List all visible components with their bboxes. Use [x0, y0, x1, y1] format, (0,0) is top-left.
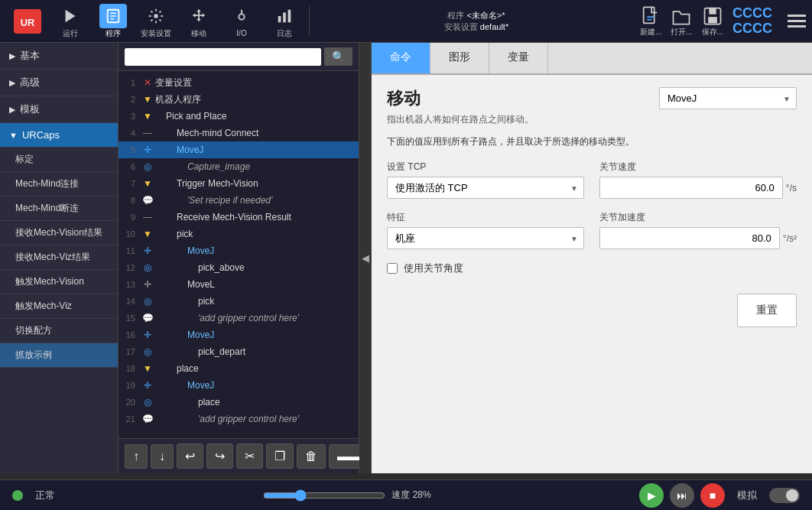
- line-text: 机器人程序: [155, 93, 201, 106]
- line-icon: ◎: [140, 296, 155, 307]
- feature-label: 特征: [387, 211, 584, 224]
- sidebar-item-pick-place[interactable]: 抓放示例: [0, 343, 118, 368]
- search-input[interactable]: [125, 48, 321, 66]
- copy-button[interactable]: ❐: [266, 443, 294, 469]
- code-toolbar: ↑ ↓ ↩ ↪ ✂ ❐ 🗑 ▬▬: [119, 438, 359, 473]
- sidebar-item-trigger-viz[interactable]: 触发Mech-Viz: [0, 294, 118, 319]
- open-file-button[interactable]: 打开...: [671, 5, 692, 37]
- props-sub-desc: 下面的值应用到所有子路点，并且取决于所选择的移动类型。: [387, 135, 797, 148]
- code-line[interactable]: 17◎pick_depart: [119, 343, 359, 360]
- code-line[interactable]: 14◎pick: [119, 293, 359, 310]
- joint-speed-label: 关节速度: [599, 161, 797, 174]
- code-line[interactable]: 8💬'Set recipe if needed': [119, 192, 359, 209]
- stop-button[interactable]: ■: [700, 483, 725, 508]
- code-line[interactable]: 21💬'add gripper control here': [119, 411, 359, 427]
- code-line[interactable]: 18▼place: [119, 360, 359, 377]
- sidebar-section-urcaps[interactable]: ▼ URCaps: [0, 123, 118, 148]
- toolbar-io[interactable]: I/O: [225, 5, 258, 37]
- move-up-button[interactable]: ↑: [125, 444, 148, 469]
- code-line[interactable]: 9—Receive Mech-Vision Result: [119, 209, 359, 226]
- mode-toggle[interactable]: [769, 488, 800, 503]
- reset-button[interactable]: 重置: [737, 294, 797, 327]
- toolbar-program[interactable]: 程序: [96, 4, 130, 39]
- sidebar-section-template[interactable]: ▶ 模板: [0, 96, 118, 123]
- line-number: 19: [119, 381, 140, 390]
- speed-slider[interactable]: [263, 489, 385, 502]
- panel-toggle[interactable]: ◀: [359, 43, 372, 473]
- tab-graphics[interactable]: 图形: [430, 43, 489, 73]
- save-file-button[interactable]: 保存...: [702, 5, 723, 37]
- feature-select-wrapper: 机座: [387, 227, 584, 249]
- code-line[interactable]: 5✛MoveJ: [119, 141, 359, 158]
- tcp-col: 设置 TCP 使用激活的 TCP: [387, 161, 584, 199]
- sidebar-item-calibration[interactable]: 标定: [0, 148, 118, 172]
- line-text: Receive Mech-Vision Result: [177, 212, 291, 223]
- tab-variables[interactable]: 变量: [489, 43, 548, 73]
- ur-logo[interactable]: UR 运行: [11, 9, 44, 34]
- svg-text:UR: UR: [21, 16, 35, 28]
- code-line[interactable]: 6◎Capture_image: [119, 158, 359, 175]
- redo-button[interactable]: ↪: [206, 443, 233, 469]
- speed-slider-container: 速度 28%: [67, 489, 627, 502]
- toolbar-log[interactable]: 日志: [268, 4, 301, 39]
- code-line[interactable]: 7▼Trigger Mech-Vision: [119, 175, 359, 192]
- line-number: 2: [119, 95, 140, 104]
- play-controls: ▶ ⏭ ■: [639, 483, 725, 508]
- line-text: MoveJ: [177, 145, 203, 155]
- code-line[interactable]: 2▼机器人程序: [119, 91, 359, 108]
- play-button[interactable]: ▶: [639, 483, 664, 508]
- code-line[interactable]: 11✛MoveJ: [119, 242, 359, 259]
- code-line[interactable]: 20◎place: [119, 394, 359, 411]
- line-icon: ▼: [140, 363, 155, 374]
- joint-accel-label: 关节加速度: [599, 211, 797, 224]
- feature-row: 特征 机座 关节加速度 °/s²: [387, 211, 797, 249]
- code-line[interactable]: 10▼pick: [119, 226, 359, 242]
- code-line[interactable]: 19✛MoveJ: [119, 377, 359, 394]
- delete-button[interactable]: 🗑: [297, 444, 326, 469]
- line-text: pick_depart: [198, 346, 245, 357]
- code-line[interactable]: 12◎pick_above: [119, 259, 359, 276]
- step-button[interactable]: ⏭: [670, 483, 694, 508]
- sidebar-item-mechmind-connect[interactable]: Mech-Mind连接: [0, 172, 118, 197]
- line-icon: 💬: [140, 414, 155, 424]
- line-number: 17: [119, 347, 140, 356]
- code-line[interactable]: 3▼Pick and Place: [119, 108, 359, 125]
- code-line[interactable]: 1✕变量设置: [119, 74, 359, 91]
- code-line[interactable]: 13✛MoveL: [119, 276, 359, 293]
- toolbar-move[interactable]: 移动: [182, 4, 216, 39]
- sidebar-item-mechmind-disconnect[interactable]: Mech-Mind断连: [0, 197, 118, 221]
- search-button[interactable]: 🔍: [324, 47, 352, 66]
- joint-speed-input[interactable]: [599, 177, 783, 199]
- line-icon: ▼: [140, 94, 155, 105]
- feature-select[interactable]: 机座: [387, 227, 584, 249]
- line-icon: ✛: [140, 245, 155, 256]
- use-joint-angle-checkbox[interactable]: [387, 263, 398, 274]
- joint-accel-input[interactable]: [599, 227, 780, 249]
- movej-select[interactable]: MoveJ MoveL MoveP: [659, 87, 797, 109]
- speed-text: 速度 28%: [391, 489, 430, 502]
- svg-point-6: [154, 14, 158, 18]
- line-number: 14: [119, 297, 140, 306]
- code-line[interactable]: 15💬'add gripper control here': [119, 310, 359, 326]
- cut-button[interactable]: ✂: [236, 443, 263, 469]
- toolbar-run[interactable]: 运行: [54, 4, 87, 39]
- line-number: 10: [119, 229, 140, 239]
- move-down-button[interactable]: ↓: [151, 444, 174, 469]
- sidebar-item-trigger-vision[interactable]: 触发Mech-Vision: [0, 270, 118, 294]
- undo-button[interactable]: ↩: [177, 443, 203, 469]
- sidebar-item-receive-vision[interactable]: 接收Mech-Vision结果: [0, 221, 118, 245]
- sidebar-section-advanced[interactable]: ▶ 高级: [0, 70, 118, 96]
- tab-command[interactable]: 命令: [372, 43, 430, 73]
- code-line[interactable]: 16✛MoveJ: [119, 326, 359, 343]
- toolbar-install[interactable]: 安装设置: [139, 4, 173, 39]
- status-text: 正常: [35, 489, 55, 502]
- code-line[interactable]: 4—Mech-mind Connect: [119, 125, 359, 141]
- properties-tabs: 命令 图形 变量: [372, 43, 812, 75]
- hamburger-menu[interactable]: [788, 15, 806, 28]
- new-file-button[interactable]: 新建...: [640, 5, 661, 37]
- joint-accel-col: 关节加速度 °/s²: [599, 211, 797, 249]
- sidebar-section-basic[interactable]: ▶ 基本: [0, 43, 118, 70]
- sidebar-item-switch-recipe[interactable]: 切换配方: [0, 319, 118, 343]
- sidebar-item-receive-viz[interactable]: 接收Mech-Viz结果: [0, 245, 118, 270]
- tcp-select[interactable]: 使用激活的 TCP: [387, 177, 584, 199]
